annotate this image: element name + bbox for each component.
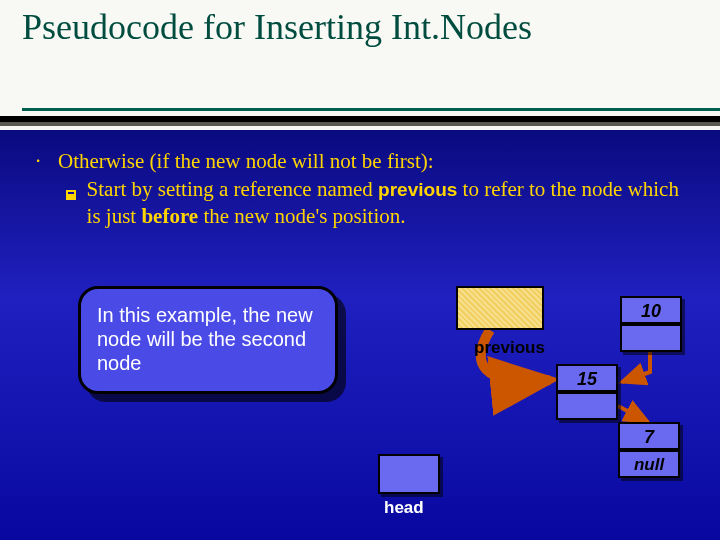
- node-15-data: 15: [556, 364, 618, 392]
- bullet-sub-text: Start by setting a reference named previ…: [87, 176, 692, 229]
- node-7-data: 7: [618, 422, 680, 450]
- bullet-main: · Otherwise (if the new node will not be…: [28, 148, 692, 174]
- node-7-null: null: [618, 450, 680, 478]
- previous-label: previous: [474, 338, 545, 358]
- example-callout: In this example, the new node will be th…: [78, 286, 338, 394]
- head-pointer-box: [378, 454, 440, 494]
- node-10-data: 10: [620, 296, 682, 324]
- previous-pointer-box: [456, 286, 544, 330]
- diagram: previous 10 15 7 null head: [360, 272, 700, 502]
- bullet-sub: Start by setting a reference named previ…: [66, 176, 692, 229]
- example-text: In this example, the new node will be th…: [97, 304, 313, 374]
- bullet-main-text: Otherwise (if the new node will not be f…: [58, 148, 434, 174]
- square-bullet-icon: [66, 176, 77, 229]
- page-title: Pseudocode for Inserting Int.Nodes: [22, 8, 698, 48]
- title-underline: [0, 108, 720, 130]
- node-15-link: [556, 392, 618, 420]
- head-label: head: [384, 498, 424, 518]
- clock-icon: ·: [28, 148, 48, 174]
- keyword-before: before: [141, 204, 198, 228]
- node-10-link: [620, 324, 682, 352]
- keyword-previous: previous: [378, 179, 457, 200]
- title-area: Pseudocode for Inserting Int.Nodes: [0, 0, 720, 110]
